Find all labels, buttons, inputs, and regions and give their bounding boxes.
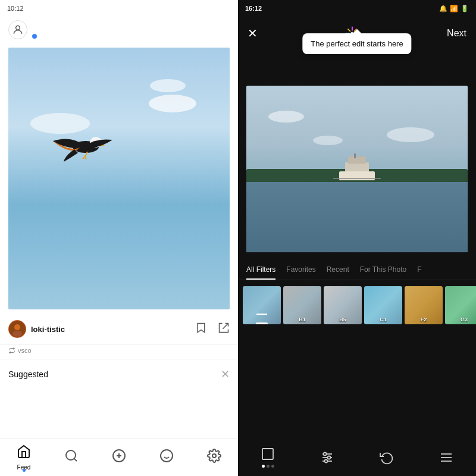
- bottom-toolbar: [238, 441, 476, 476]
- next-button[interactable]: Next: [447, 28, 466, 39]
- post-username: loki-tistic: [31, 325, 195, 334]
- tab-favorites[interactable]: Favorites: [286, 265, 315, 280]
- bottom-nav: Feed: [0, 438, 238, 476]
- filter-c1[interactable]: C1: [364, 286, 402, 324]
- svg-point-7: [14, 324, 20, 330]
- nav-settings[interactable]: [207, 449, 221, 466]
- svg-point-36: [324, 452, 327, 455]
- suggested-bar: Suggested ✕: [0, 359, 238, 389]
- svg-point-8: [12, 331, 22, 337]
- search-icon: [64, 449, 79, 466]
- vsco-label: vsco: [0, 345, 238, 359]
- svg-point-14: [161, 450, 173, 462]
- close-suggested-icon[interactable]: ✕: [221, 368, 230, 381]
- tab-recent[interactable]: Recent: [327, 265, 349, 280]
- svg-rect-30: [354, 154, 356, 158]
- left-status-bar: 10:12: [0, 0, 238, 17]
- home-icon: [17, 444, 31, 462]
- svg-point-37: [328, 456, 331, 459]
- alarm-icon: 🔔: [439, 5, 447, 12]
- dot: [271, 465, 274, 468]
- right-status-bar: 16:12 🔔 📶 🔋: [238, 0, 476, 17]
- boat-photo: [246, 86, 468, 252]
- cloud: [268, 111, 304, 123]
- left-time: 10:12: [7, 5, 24, 12]
- adjust-tool[interactable]: [320, 450, 334, 465]
- nav-add[interactable]: [112, 449, 126, 466]
- right-time: 16:12: [245, 5, 262, 12]
- boat-icon: [327, 154, 387, 189]
- tab-for-this-photo[interactable]: For This Photo: [360, 265, 406, 280]
- filter-original[interactable]: [243, 286, 281, 324]
- left-top-icons: [0, 17, 238, 43]
- filter-strip: B1 B5 C1 F2 G3 M3: [238, 280, 476, 330]
- svg-point-17: [212, 454, 216, 458]
- filter-original-line: [256, 314, 267, 315]
- svg-line-10: [74, 458, 77, 461]
- close-button[interactable]: ✕: [248, 26, 258, 40]
- menu-tool[interactable]: [439, 450, 453, 465]
- filters-section: All Filters Favorites Recent For This Ph…: [238, 261, 476, 441]
- filter-b5-label: B5: [324, 317, 362, 322]
- signal-icon: 📶: [450, 5, 458, 12]
- eagle-photo-container: [0, 43, 238, 314]
- cloud: [387, 127, 434, 142]
- svg-point-9: [66, 450, 76, 460]
- svg-rect-28: [345, 162, 369, 171]
- nav-search[interactable]: [64, 449, 79, 466]
- water: [246, 182, 468, 252]
- eagle-photo: [8, 48, 230, 309]
- filter-g3[interactable]: G3: [445, 286, 476, 324]
- cloud-decoration: [150, 79, 186, 92]
- filter-selected-indicator: [256, 322, 268, 324]
- nav-activity[interactable]: [159, 449, 174, 466]
- filter-c1-label: C1: [364, 317, 402, 322]
- tooltip-text: The perfect edit starts here: [311, 39, 403, 48]
- cloud: [313, 136, 343, 145]
- activity-icon: [159, 449, 174, 466]
- bookmark-icon[interactable]: [195, 322, 207, 337]
- crop-tool[interactable]: [261, 447, 275, 468]
- active-nav-dot: [23, 469, 26, 472]
- tool-dots: [262, 465, 274, 468]
- svg-line-22: [348, 29, 350, 32]
- post-avatar: [8, 320, 26, 338]
- filter-tabs: All Filters Favorites Recent For This Ph…: [238, 261, 476, 280]
- svg-point-0: [16, 26, 20, 30]
- cloud-decoration: [149, 95, 196, 112]
- filter-b1-label: B1: [283, 317, 321, 322]
- svg-rect-32: [262, 449, 273, 459]
- eagle-icon: [47, 123, 124, 171]
- nav-feed[interactable]: Feed: [17, 444, 31, 471]
- filter-g3-label: G3: [445, 317, 476, 322]
- svg-line-5: [85, 156, 86, 159]
- filter-b5[interactable]: B5: [324, 286, 362, 324]
- battery-icon: 🔋: [461, 5, 469, 12]
- filter-f2[interactable]: F2: [405, 286, 443, 324]
- status-icons: 🔔 📶 🔋: [439, 5, 469, 12]
- share-icon[interactable]: [218, 322, 230, 337]
- add-icon: [112, 449, 126, 466]
- post-info: loki-tistic: [0, 314, 238, 345]
- post-actions: [195, 322, 230, 337]
- svg-point-38: [325, 459, 328, 462]
- tooltip: The perfect edit starts here: [302, 33, 411, 54]
- vsco-source: vsco: [18, 347, 32, 354]
- history-tool[interactable]: [380, 450, 394, 465]
- settings-icon: [207, 449, 221, 466]
- svg-rect-29: [348, 156, 366, 164]
- filter-f2-label: F2: [405, 317, 443, 322]
- notification-dot: [32, 34, 37, 39]
- suggested-label: Suggested: [8, 369, 48, 379]
- filter-b1[interactable]: B1: [283, 286, 321, 324]
- tab-all-filters[interactable]: All Filters: [246, 265, 275, 280]
- tab-more[interactable]: F: [417, 265, 421, 280]
- left-panel: 10:12: [0, 0, 238, 476]
- dot: [262, 465, 265, 468]
- profile-icon[interactable]: [8, 20, 27, 39]
- right-panel: 16:12 🔔 📶 🔋 ✕ Next The perfec: [238, 0, 476, 476]
- dot: [267, 465, 270, 468]
